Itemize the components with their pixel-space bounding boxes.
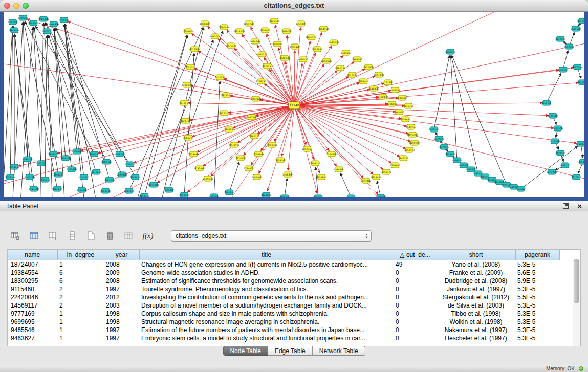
graph-node[interactable]: 1424513 [577,80,584,85]
graph-node[interactable]: 1587799 [335,65,346,71]
graph-node[interactable]: 1640476 [368,86,379,91]
graph-node[interactable]: 1654749 [250,39,260,44]
graph-node[interactable]: 1777147 [347,72,358,77]
table-row[interactable]: 2242004622012Investigating the contribut… [8,293,574,301]
graph-node[interactable]: 1844904 [49,21,59,27]
graph-node[interactable]: 2417351 [215,75,226,80]
function-builder-button[interactable]: f(x) [142,230,154,242]
graph-node[interactable]: 1221397 [383,80,394,85]
graph-node[interactable]: 1633124 [553,126,563,131]
graph-node[interactable]: 1866012 [200,21,210,26]
graph-node[interactable]: 1853471 [381,169,392,174]
show-columns-button[interactable] [28,230,40,242]
graph-node[interactable]: 1669051 [281,29,292,34]
graph-node[interactable]: 2053101 [23,157,33,162]
graph-node[interactable]: 7625412 [235,156,246,161]
graph-node[interactable]: 1275141 [226,43,237,48]
table-mode-button[interactable] [9,230,21,242]
graph-node[interactable]: 1093414 [117,172,127,177]
graph-node[interactable]: 9012515 [189,47,200,52]
graph-node[interactable]: 3226351 [256,79,267,84]
graph-node[interactable]: 7873155 [179,100,190,105]
graph-node[interactable]: 9553495 [371,174,382,180]
graph-node[interactable]: 7342159 [398,156,409,161]
graph-node[interactable]: 1504113 [571,26,581,31]
graph-node[interactable]: 1154491 [400,117,411,122]
column-header-3[interactable]: title [139,250,394,260]
graph-node[interactable]: 1210031 [555,150,566,156]
graph-node[interactable]: 1534547 [275,158,286,163]
graph-node[interactable]: 7644501 [578,159,584,164]
graph-node[interactable]: 1558321 [321,58,332,63]
graph-node[interactable]: 1508143 [60,156,71,161]
table-row[interactable]: 1830029562008Estimation of significance … [8,277,574,285]
graph-node[interactable]: 1202001 [8,19,18,25]
table-row[interactable]: 969969511998Structural magnetic resonanc… [8,318,574,326]
scrollbar-thumb[interactable] [574,259,579,303]
graph-node[interactable]: 9505131 [40,177,51,182]
column-header-5[interactable]: short [437,250,515,260]
graph-node[interactable]: 1844137 [53,172,64,177]
graph-node[interactable]: 9097901 [247,115,257,120]
graph-node[interactable]: 8495754 [407,132,418,137]
graph-node[interactable]: 1847419 [577,18,584,24]
graph-node[interactable]: 1103148 [29,186,39,191]
create-column-button[interactable] [47,230,59,242]
graph-node[interactable]: 1679197 [439,144,450,149]
graph-node[interactable]: 1983079 [329,40,339,45]
graph-node[interactable]: 2260584 [219,25,230,30]
graph-node[interactable]: 1427512 [219,111,230,116]
table-row[interactable]: 1872400712008Changes of HCN gene express… [8,260,574,269]
graph-node[interactable]: 1918301 [267,142,278,147]
graph-node[interactable]: 8873462 [361,178,372,183]
tab-network-table[interactable]: Network Table [313,346,365,356]
graph-node[interactable]: 2263435 [130,174,141,180]
collapse-panel-arrow-icon[interactable]: ◂ [4,178,7,183]
graph-node[interactable]: 748508 [398,95,407,100]
graph-node[interactable]: 7513131 [100,188,111,193]
graph-node[interactable]: 1424514 [558,67,569,72]
graph-node[interactable]: 7919401 [59,17,70,23]
graph-node[interactable]: 9272744 [572,64,583,70]
graph-node[interactable]: 1626152 [298,57,309,62]
graph-node[interactable]: 1103101 [36,161,47,166]
graph-node[interactable]: 1514205 [79,174,90,180]
graph-node[interactable]: 1231214 [91,169,102,174]
graph-node[interactable]: 3226152 [262,63,273,69]
graph-node[interactable]: 1914841 [316,174,327,180]
vertical-scrollbar[interactable] [573,259,580,346]
new-table-button[interactable] [85,230,97,242]
graph-node[interactable]: 1677914 [547,169,557,174]
graph-node[interactable]: 1197343 [390,87,401,93]
graph-node[interactable]: 1051723 [244,21,254,26]
graph-node[interactable]: 1863225 [183,135,194,140]
graph-node[interactable]: 1461223 [257,52,268,57]
network-window-titlebar[interactable]: citations_edges.txt [0,0,588,12]
table-row[interactable]: 946554611997Estimation of the future num… [8,326,574,334]
graph-node[interactable]: 1760344 [209,194,220,197]
graph-node[interactable]: 1906320 [38,16,49,21]
graph-node[interactable]: 1918347 [282,172,293,177]
graph-node[interactable]: 1527574 [363,64,374,70]
graph-node[interactable]: 9244704 [9,28,20,33]
import-table-button[interactable] [123,230,135,242]
tab-edge-table[interactable]: Edge Table [268,346,313,356]
graph-node[interactable]: 924502 [516,186,526,191]
graph-node[interactable]: 2043411 [124,188,135,193]
graph-node[interactable]: 8679197 [429,127,440,132]
graph-node[interactable]: 2102936 [312,47,323,52]
column-header-2[interactable]: year [104,250,139,260]
graph-node[interactable]: 15958 [543,100,551,105]
column-header-1[interactable]: in_degree [57,250,104,260]
graph-node[interactable]: 1514201 [77,187,88,192]
delete-table-button[interactable] [104,230,116,242]
graph-node[interactable]: 1093418 [139,193,150,197]
graph-node[interactable]: 8128711 [180,118,191,123]
column-header-0[interactable]: name [8,250,57,260]
graph-node[interactable]: 1544941 [334,167,344,172]
graph-node[interactable]: 1853481 [445,151,456,157]
graph-node[interactable]: 1677917 [571,174,582,180]
graph-node[interactable]: 1186217 [182,82,192,87]
graph-node[interactable]: 7625417 [164,187,175,192]
graph-node[interactable]: 1210034 [550,139,560,144]
